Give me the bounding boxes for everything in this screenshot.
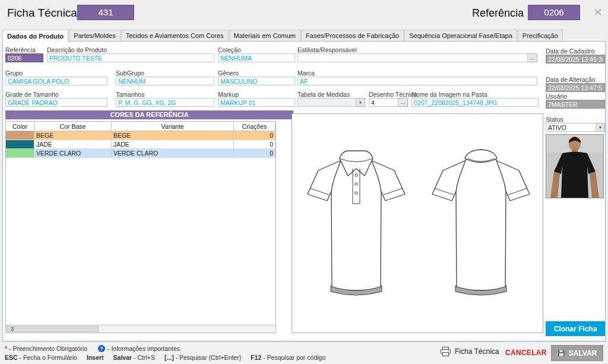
required-asterisk: * bbox=[5, 345, 7, 352]
colors-table-scrollbar[interactable]: 3 bbox=[6, 325, 276, 333]
tabela-medidas-select[interactable] bbox=[297, 98, 356, 107]
subgrupo-label: SubGrupo bbox=[116, 69, 214, 77]
genero-input[interactable] bbox=[218, 77, 295, 86]
usuario-field-group: Usuário bbox=[546, 93, 605, 109]
cor-base-cell: JADE bbox=[34, 140, 112, 148]
colecao-label: Coleção bbox=[218, 46, 295, 53]
shortcut-hint: Salvar - Ctrl+S bbox=[113, 354, 155, 361]
status-label: Status bbox=[546, 116, 605, 123]
referencia-input[interactable] bbox=[5, 53, 43, 62]
col-header-variante: Variante bbox=[112, 122, 234, 131]
color-table-row[interactable]: VERDE CLARO VERDE CLARO 0 bbox=[6, 149, 276, 158]
nome-imagem-input[interactable] bbox=[411, 98, 539, 107]
clonar-ficha-button[interactable]: Clonar Ficha bbox=[546, 321, 605, 336]
cor-base-cell: VERDE CLARO bbox=[34, 149, 112, 157]
grupo-label: Grupo bbox=[5, 69, 107, 77]
tabela-medidas-field-group: Tabela de Medidas ▼ bbox=[297, 91, 365, 107]
shortcut-hint: [...] - Pesquisar (Ctrl+Enter) bbox=[164, 354, 241, 361]
nome-imagem-field-group: Nome da Imagem na Pasta bbox=[411, 91, 539, 107]
shortcut-hints: ESC - Fecha o Formulário Insert Salvar -… bbox=[5, 354, 325, 361]
col-header-criacoes: Criações bbox=[234, 122, 276, 131]
printer-icon bbox=[441, 347, 451, 356]
close-icon[interactable]: ✕ bbox=[590, 5, 606, 20]
cancelar-button[interactable]: CANCELAR bbox=[505, 349, 547, 357]
tab[interactable]: Materiais em Comum bbox=[229, 30, 301, 41]
tab-bar: Dados do Produto Partes/Moldes Tecidos e… bbox=[2, 30, 563, 42]
tamanhos-input[interactable] bbox=[116, 98, 214, 107]
genero-label: Gênero bbox=[218, 69, 295, 77]
variante-cell: JADE bbox=[112, 140, 234, 148]
main-panel: Referência Descrição do Produto Coleção … bbox=[2, 41, 606, 341]
markup-input[interactable] bbox=[218, 98, 295, 107]
col-header-color: Color bbox=[6, 122, 34, 131]
colors-table-empty-area bbox=[6, 158, 276, 325]
reference-label: Referência bbox=[472, 7, 524, 20]
variante-cell: BEGE bbox=[112, 131, 234, 140]
color-swatch bbox=[6, 140, 34, 148]
cor-base-cell: BEGE bbox=[34, 131, 112, 140]
cores-referencia-header: CORES DA REFERÊNCIA bbox=[5, 110, 293, 119]
status-dropdown-icon[interactable]: ▼ bbox=[596, 123, 605, 132]
estilista-label: Estilista/Responsável bbox=[297, 46, 537, 53]
footer-bar: * - Preenchimento Obrigatório ? - Inform… bbox=[0, 341, 608, 364]
genero-field-group: Gênero bbox=[218, 69, 295, 86]
grupo-input[interactable] bbox=[5, 77, 107, 86]
product-photo-image bbox=[546, 135, 603, 198]
desenho-tecnico-lookup-button[interactable]: … bbox=[398, 98, 408, 107]
tamanhos-field-group: Tamanhos bbox=[116, 91, 214, 107]
descricao-input[interactable] bbox=[47, 53, 214, 62]
criacoes-cell: 0 bbox=[234, 149, 276, 157]
tab[interactable]: Tecidos e Aviamentos Com Cores bbox=[121, 30, 229, 41]
estilista-lookup-button[interactable]: … bbox=[528, 53, 537, 62]
technical-drawing-area bbox=[292, 113, 543, 333]
salvar-label: SALVAR bbox=[569, 349, 597, 357]
ficha-id-badge: 431 bbox=[77, 5, 134, 20]
tab[interactable]: Precificação bbox=[518, 30, 563, 41]
desenho-tecnico-label: Desenho Técnico bbox=[369, 91, 408, 98]
descricao-field-group: Descrição do Produto bbox=[47, 46, 214, 62]
markup-label: Markup bbox=[218, 91, 295, 98]
ficha-tecnica-window: Ficha Técnica 431 Referência 0206 ✕ Dado… bbox=[0, 0, 608, 364]
colecao-input[interactable] bbox=[218, 53, 295, 62]
tab[interactable]: Dados do Produto bbox=[2, 30, 68, 42]
print-ficha-button[interactable]: Ficha Técnica bbox=[441, 347, 499, 356]
tab[interactable]: Partes/Moldes bbox=[69, 30, 120, 41]
color-table-row[interactable]: JADE JADE 0 bbox=[6, 140, 276, 149]
colors-table: Color Cor Base Variante Criações BEGE BE… bbox=[5, 121, 276, 333]
criacoes-cell: 0 bbox=[234, 140, 276, 148]
info-icon: ? bbox=[98, 345, 105, 352]
status-select[interactable] bbox=[546, 123, 596, 132]
grade-label: Grade de Tamanho bbox=[5, 91, 107, 98]
colors-table-body: BEGE BEGE 0 JADE JADE 0 VERDE CLARO bbox=[6, 131, 276, 158]
tamanhos-label: Tamanhos bbox=[116, 91, 214, 98]
descricao-label: Descrição do Produto bbox=[47, 46, 214, 53]
tabela-medidas-label: Tabela de Medidas bbox=[297, 91, 365, 98]
window-title: Ficha Técnica bbox=[7, 7, 77, 20]
grade-input[interactable] bbox=[5, 98, 107, 107]
color-swatch bbox=[6, 131, 34, 140]
desenho-tecnico-input[interactable] bbox=[369, 98, 398, 107]
subgrupo-input[interactable] bbox=[116, 77, 214, 86]
estilista-input[interactable] bbox=[297, 53, 528, 62]
colors-table-header: Color Cor Base Variante Criações bbox=[6, 122, 276, 131]
tab[interactable]: Sequência Operacional Fase/Etapa bbox=[404, 30, 517, 41]
data-alteracao-field-group: Data de Alteração bbox=[546, 76, 605, 92]
variante-cell: VERDE CLARO bbox=[112, 149, 234, 157]
color-swatch bbox=[6, 149, 34, 157]
data-cadastro-field-group: Data de Cadastro bbox=[546, 48, 605, 64]
marca-label: Marca bbox=[297, 69, 537, 77]
data-cadastro-value bbox=[546, 55, 605, 64]
info-note: - Informações importantes. bbox=[107, 345, 182, 352]
marca-field-group: Marca bbox=[297, 69, 537, 86]
marca-input[interactable] bbox=[297, 77, 537, 86]
colecao-field-group: Coleção bbox=[218, 46, 295, 62]
data-alteracao-value bbox=[546, 83, 605, 92]
tab[interactable]: Fases/Processos de Fabricação bbox=[301, 30, 404, 41]
usuario-label: Usuário bbox=[546, 93, 605, 100]
tabela-medidas-dropdown-icon[interactable]: ▼ bbox=[356, 98, 365, 107]
referencia-field-group: Referência bbox=[5, 46, 43, 62]
color-table-row[interactable]: BEGE BEGE 0 bbox=[6, 131, 276, 140]
scrollbar-thumb[interactable]: 3 bbox=[7, 326, 99, 332]
salvar-button[interactable]: SALVAR bbox=[551, 345, 603, 361]
product-photo bbox=[546, 134, 604, 198]
